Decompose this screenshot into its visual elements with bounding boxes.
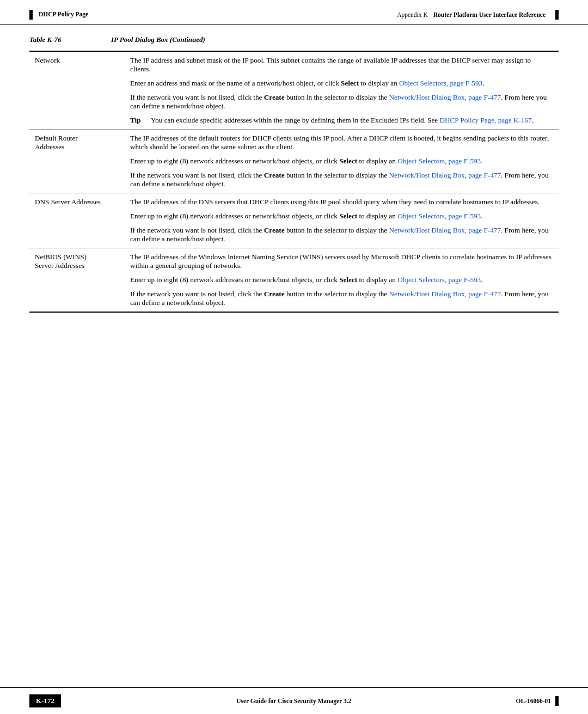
page-container: DHCP Policy Page Appendix K Router Platf… (0, 0, 588, 714)
row-label-network: Network (29, 51, 125, 130)
footer-right: OL-16066-01 (516, 696, 559, 706)
dns-para-2: Enter up to eight (8) network addresses … (130, 212, 553, 221)
default-router-para-1: The IP addresses of the default routers … (130, 134, 553, 151)
link-network-host-3[interactable]: Network/Host Dialog Box, page F-477 (389, 226, 501, 234)
header-bar-right-icon (555, 10, 559, 20)
default-router-para-3: If the network you want is not listed, c… (130, 171, 553, 188)
table-row: NetBIOS (WINS)Server Addresses The IP ad… (29, 248, 559, 313)
row-desc-network: The IP address and subnet mask of the IP… (125, 51, 559, 130)
netbios-para-2: Enter up to eight (8) network addresses … (130, 276, 553, 284)
network-tip: Tip You can exclude specific addresses w… (130, 116, 553, 125)
page-footer: K-172 User Guide for Cisco Security Mana… (0, 687, 588, 714)
link-network-host-2[interactable]: Network/Host Dialog Box, page F-477 (389, 171, 501, 179)
row-label-default-router: Default RouterAddresses (29, 130, 125, 193)
link-object-selectors-3[interactable]: Object Selectors, page F-593 (397, 212, 481, 220)
footer-doc-number: OL-16066-01 (516, 698, 551, 704)
table-row: DNS Server Addresses The IP addresses of… (29, 193, 559, 248)
tip-text: You can exclude specific addresses withi… (151, 116, 553, 125)
netbios-para-1: The IP addresses of the Windows Internet… (130, 253, 553, 270)
network-para-3: If the network you want is not listed, c… (130, 93, 553, 111)
table-title: Table K-76 IP Pool Dialog Box (Continued… (29, 35, 559, 44)
footer-center-text: User Guide for Cisco Security Manager 3.… (72, 698, 516, 704)
row-label-netbios: NetBIOS (WINS)Server Addresses (29, 248, 125, 313)
header-right: Appendix K Router Platform User Interfac… (397, 10, 559, 20)
table-name: IP Pool Dialog Box (Continued) (111, 35, 205, 44)
row-label-dns: DNS Server Addresses (29, 193, 125, 248)
dns-para-1: The IP addresses of the DNS servers that… (130, 198, 553, 206)
table-number: Table K-76 (29, 35, 89, 44)
link-object-selectors-1[interactable]: Object Selectors, page F-593 (399, 79, 482, 87)
row-desc-netbios: The IP addresses of the Windows Internet… (125, 248, 559, 313)
network-para-1: The IP address and subnet mask of the IP… (130, 56, 553, 74)
header-dhcp-label: DHCP Policy Page (39, 11, 88, 17)
main-table: Network The IP address and subnet mask o… (29, 51, 559, 313)
header-left: DHCP Policy Page (29, 10, 88, 20)
link-network-host-1[interactable]: Network/Host Dialog Box, page F-477 (389, 93, 501, 101)
link-dhcp-policy-page[interactable]: DHCP Policy Page, page K-167 (439, 116, 531, 124)
header-bar-left-icon (29, 10, 33, 20)
table-row: Network The IP address and subnet mask o… (29, 51, 559, 130)
header-appendix: Appendix K (397, 11, 428, 18)
link-network-host-4[interactable]: Network/Host Dialog Box, page F-477 (389, 290, 501, 298)
row-desc-dns: The IP addresses of the DNS servers that… (125, 193, 559, 248)
table-row: Default RouterAddresses The IP addresses… (29, 130, 559, 193)
link-object-selectors-2[interactable]: Object Selectors, page F-593 (397, 157, 481, 165)
network-para-2: Enter an address and mask or the name of… (130, 79, 553, 88)
row-desc-default-router: The IP addresses of the default routers … (125, 130, 559, 193)
footer-badge: K-172 (29, 694, 61, 707)
main-content: Table K-76 IP Pool Dialog Box (Continued… (0, 25, 588, 356)
default-router-para-2: Enter up to eight (8) network addresses … (130, 157, 553, 166)
footer-bar-icon (555, 696, 559, 706)
link-object-selectors-4[interactable]: Object Selectors, page F-593 (397, 276, 481, 284)
header-title: Router Platform User Interface Reference (433, 11, 546, 18)
dns-para-3: If the network you want is not listed, c… (130, 226, 553, 243)
page-header: DHCP Policy Page Appendix K Router Platf… (0, 0, 588, 25)
tip-label: Tip (130, 116, 145, 125)
netbios-para-3: If the network you want is not listed, c… (130, 290, 553, 307)
